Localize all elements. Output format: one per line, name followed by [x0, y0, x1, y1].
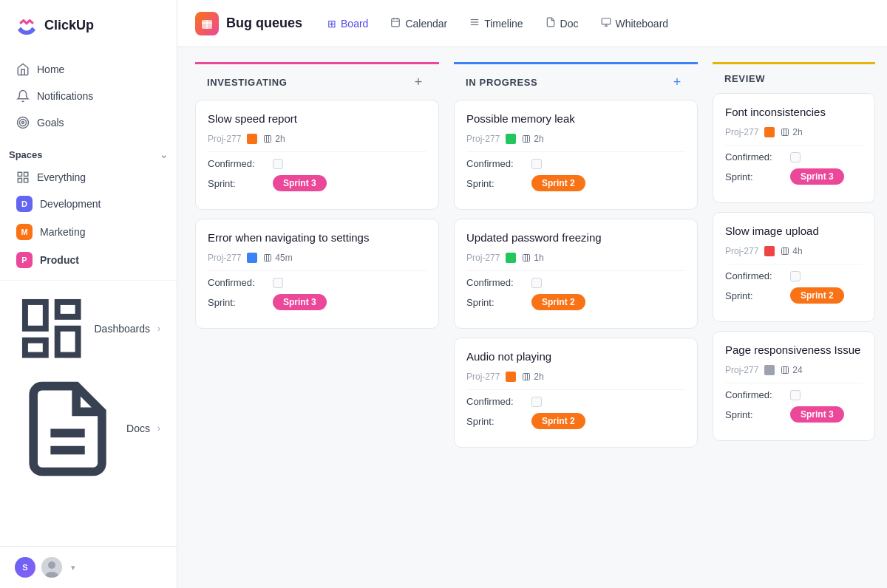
flag-icon-4 [506, 253, 516, 263]
sidebar-item-notifications[interactable]: Notifications [9, 83, 168, 109]
card-time-7: 4h [781, 246, 802, 256]
tab-timeline[interactable]: Timeline [459, 11, 533, 35]
svg-rect-10 [25, 341, 46, 355]
time-icon-1 [263, 134, 272, 143]
user-avatar-svg [41, 557, 62, 578]
sidebar-item-dashboards[interactable]: Dashboards › [9, 287, 168, 371]
card-time-2: 45m [263, 253, 292, 263]
card-meta-8: Proj-277 24 [725, 365, 863, 375]
svg-rect-6 [24, 179, 28, 182]
development-badge: D [16, 196, 33, 212]
confirmed-label-6: Confirmed: [725, 151, 784, 163]
timeline-tab-icon [469, 17, 480, 30]
svg-rect-3 [18, 172, 21, 176]
sprint-label-3: Sprint: [466, 178, 526, 189]
spaces-list: Everything D Development M Marketing P P… [0, 165, 177, 274]
card-error-navigating[interactable]: Error when navigating to settings Proj-2… [195, 219, 439, 329]
tab-board[interactable]: ⊞ Board [317, 12, 378, 35]
sprint-badge-2: Sprint 3 [273, 294, 327, 310]
sidebar: ClickUp Home Notifications Goals Spaces … [0, 0, 177, 588]
sidebar-item-home[interactable]: Home [9, 56, 168, 83]
confirmed-checkbox-3[interactable] [531, 159, 542, 169]
card-sprint-row-2: Sprint: Sprint 3 [208, 294, 426, 310]
sidebar-item-docs[interactable]: Docs › [9, 371, 168, 487]
tab-calendar-label: Calendar [405, 18, 447, 30]
confirmed-checkbox-6[interactable] [790, 152, 801, 163]
sidebar-user-area[interactable]: S ▾ [0, 546, 177, 588]
sidebar-item-everything[interactable]: Everything [9, 165, 168, 190]
time-icon-3 [522, 134, 531, 143]
tab-calendar[interactable]: Calendar [380, 11, 458, 35]
card-proj-id-6: Proj-277 [725, 127, 758, 137]
header-tabs: ⊞ Board Calendar Timeline [317, 11, 679, 35]
card-divider-2 [208, 270, 426, 271]
card-proj-id-7: Proj-277 [725, 246, 758, 256]
tab-doc-label: Doc [560, 18, 579, 30]
user-avatar-img [41, 557, 62, 578]
card-sprint-row-3: Sprint: Sprint 2 [466, 175, 685, 191]
column-in-progress: IN PROGRESS + Possible memory leak Proj-… [454, 62, 698, 573]
app-logo[interactable]: ClickUp [0, 0, 177, 50]
add-card-investigating-button[interactable]: + [409, 73, 427, 91]
column-title-in-progress: IN PROGRESS [466, 77, 537, 88]
card-sprint-row-7: Sprint: Sprint 2 [725, 287, 863, 304]
sidebar-item-development[interactable]: D Development [9, 190, 168, 218]
sidebar-item-marketing-label: Marketing [40, 226, 85, 238]
svg-rect-27 [265, 136, 271, 143]
confirmed-checkbox-7[interactable] [790, 271, 801, 281]
user-chevron-down-icon: ▾ [71, 563, 75, 572]
card-memory-leak[interactable]: Possible memory leak Proj-277 2h Confirm… [454, 100, 698, 210]
spaces-chevron-down-icon[interactable]: ⌄ [160, 149, 168, 160]
tab-whiteboard[interactable]: Whiteboard [591, 11, 679, 35]
card-title-6: Font inconsistencies [725, 106, 863, 118]
time-icon-2 [263, 253, 272, 262]
card-title-7: Slow image upload [725, 225, 863, 237]
sprint-badge-8: Sprint 3 [790, 406, 844, 423]
calendar-tab-icon [390, 17, 401, 30]
sidebar-item-marketing[interactable]: M Marketing [9, 218, 168, 246]
card-password-freezing[interactable]: Updated password freezing Proj-277 1h Co… [454, 219, 698, 329]
card-font-inconsistencies[interactable]: Font inconsistencies Proj-277 2h Confirm… [713, 93, 875, 203]
card-slow-image-upload[interactable]: Slow image upload Proj-277 4h Confirmed:… [713, 212, 875, 322]
clickup-logo-icon [15, 13, 38, 37]
sidebar-item-goals-label: Goals [37, 117, 64, 129]
card-sprint-row-6: Sprint: Sprint 3 [725, 168, 863, 185]
confirmed-checkbox-1[interactable] [273, 159, 283, 169]
card-audio-not-playing[interactable]: Audio not playing Proj-277 2h Confirmed:… [454, 338, 698, 448]
card-confirmed-row-7: Confirmed: [725, 270, 863, 281]
column-title-investigating: INVESTIGATING [207, 77, 288, 88]
sprint-badge-5: Sprint 2 [531, 413, 585, 429]
card-divider-7 [725, 264, 863, 264]
tab-doc[interactable]: Doc [535, 11, 589, 35]
confirmed-checkbox-2[interactable] [273, 278, 283, 288]
tab-whiteboard-label: Whiteboard [616, 18, 669, 30]
card-meta-2: Proj-277 45m [208, 253, 426, 263]
card-slow-speed-report[interactable]: Slow speed report Proj-277 2h Confirmed:… [195, 100, 439, 210]
svg-rect-30 [265, 255, 271, 261]
sidebar-item-product[interactable]: P Product [9, 246, 168, 274]
page-title-icon [195, 12, 219, 35]
confirmed-checkbox-8[interactable] [790, 390, 801, 400]
confirmed-checkbox-4[interactable] [531, 278, 542, 288]
svg-rect-45 [782, 248, 789, 255]
column-investigating: INVESTIGATING + Slow speed report Proj-2… [195, 62, 439, 573]
card-title-4: Updated password freezing [466, 231, 685, 244]
svg-point-1 [20, 120, 27, 126]
add-card-in-progress-button[interactable]: + [668, 73, 686, 91]
card-sprint-row-8: Sprint: Sprint 3 [725, 406, 863, 423]
confirmed-checkbox-5[interactable] [531, 397, 542, 407]
card-proj-id-2: Proj-277 [208, 253, 241, 263]
docs-chevron-right-icon: › [157, 423, 160, 434]
card-confirmed-row-3: Confirmed: [466, 158, 685, 169]
sprint-label-6: Sprint: [725, 171, 784, 182]
card-page-responsiveness[interactable]: Page responsiveness Issue Proj-277 24 Co… [713, 331, 875, 441]
svg-rect-33 [523, 136, 530, 143]
sidebar-item-docs-label: Docs [126, 423, 150, 434]
sidebar-item-home-label: Home [37, 64, 64, 75]
sidebar-item-goals[interactable]: Goals [9, 109, 168, 136]
svg-point-14 [48, 561, 55, 569]
card-confirmed-row-2: Confirmed: [208, 277, 426, 288]
bell-icon [16, 89, 30, 103]
card-time-4: 1h [522, 253, 543, 263]
app-name: ClickUp [44, 18, 94, 33]
